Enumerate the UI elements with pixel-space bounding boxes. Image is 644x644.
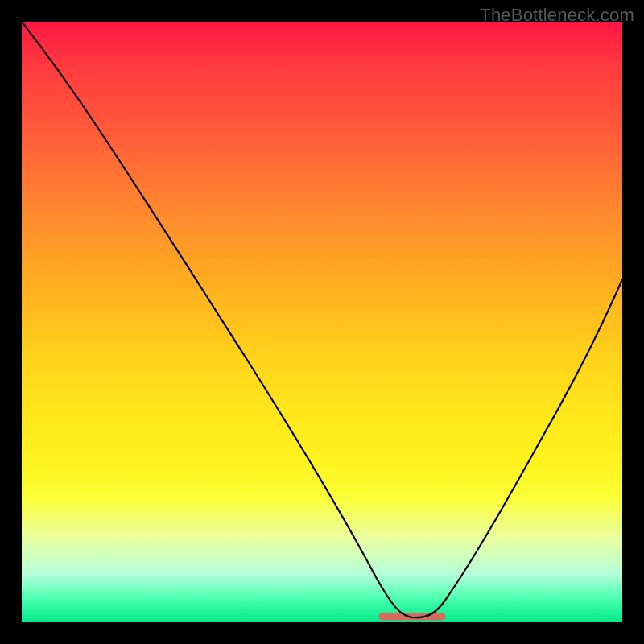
bottleneck-curve (22, 22, 622, 622)
plot-area (22, 22, 622, 622)
watermark-text: TheBottleneck.com (480, 5, 634, 26)
chart-frame: TheBottleneck.com (0, 0, 644, 644)
curve-path (22, 22, 622, 617)
